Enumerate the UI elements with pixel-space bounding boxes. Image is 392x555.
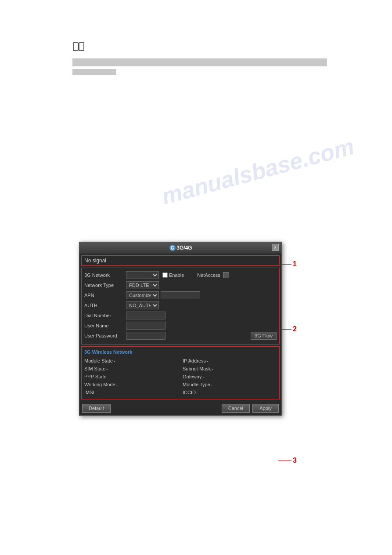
watermark: manualsbase.com: [159, 133, 357, 210]
sim-state-value: -: [106, 366, 108, 371]
apn-type-select[interactable]: Customized: [126, 291, 159, 299]
auth-row: AUTH NO_AUTH: [84, 301, 277, 310]
subnet-mask-row: Subnet Mask -: [183, 365, 277, 373]
enable-row: Enable: [162, 272, 184, 278]
netaccess-checkbox[interactable]: [223, 272, 229, 278]
footer-right-buttons: Cancel Apply: [222, 404, 279, 413]
annotation-2: 2: [278, 325, 297, 333]
gateway-label: Gateway: [183, 374, 201, 379]
working-mode-label: Working Mode: [84, 382, 115, 387]
enable-checkbox[interactable]: [162, 272, 168, 278]
password-row: User Password 3G Flow: [84, 331, 277, 340]
password-label: User Password: [84, 333, 126, 338]
subnet-mask-value: -: [212, 366, 213, 371]
dialog-footer: Default Cancel Apply: [79, 401, 281, 415]
auth-select[interactable]: NO_AUTH: [126, 301, 159, 309]
working-mode-value: -: [116, 382, 118, 387]
netaccess-label: NetAccess: [197, 272, 220, 278]
signal-status-text: No signal: [84, 258, 106, 264]
username-row: User Name: [84, 321, 277, 330]
network-type-row: Network Type FDD-LTE: [84, 281, 277, 290]
module-state-row: Module State -: [84, 357, 178, 365]
wireless-right-col: IP Address - Subnet Mask - Gateway - Mou…: [183, 357, 277, 396]
enable-label: Enable: [169, 272, 184, 278]
dialog-3g4g: G 3G/4G × No signal 1 3G Network: [79, 242, 282, 416]
dial-number-input[interactable]: [126, 312, 165, 319]
gray-bar-wide: [72, 58, 327, 66]
ip-address-row: IP Address -: [183, 357, 277, 365]
svg-rect-0: [73, 43, 78, 51]
3g-network-row: 3G Network Enable NetAccess: [84, 271, 277, 279]
module-state-label: Module State: [84, 358, 113, 363]
apn-label: APN: [84, 293, 126, 298]
ip-address-value: -: [207, 358, 209, 363]
close-button[interactable]: ×: [272, 244, 279, 251]
gray-bar-narrow: [72, 69, 116, 75]
password-input[interactable]: [126, 332, 165, 340]
network-type-label: Network Type: [84, 283, 126, 288]
svg-rect-1: [79, 43, 84, 51]
signal-section: No signal 1: [81, 255, 280, 266]
imsi-row: IMSI -: [84, 388, 178, 396]
moudle-type-label: Moudle Type: [183, 382, 210, 387]
ppp-state-row: PPP State .: [84, 373, 178, 381]
dial-number-label: Dial Number: [84, 313, 126, 318]
wireless-grid: Module State - SIM State - PPP State . W…: [84, 357, 277, 396]
ppp-state-value: .: [108, 374, 109, 379]
sim-state-label: SIM State: [84, 366, 105, 371]
iccid-label: ICCID: [183, 390, 196, 395]
netaccess-row: NetAccess: [197, 272, 229, 278]
moudle-type-row: Moudle Type -: [183, 381, 277, 388]
iccid-value: -: [197, 390, 198, 395]
ppp-state-label: PPP State: [84, 374, 107, 379]
gateway-value: -: [202, 374, 204, 379]
3gflow-button[interactable]: 3G Flow: [251, 332, 277, 340]
default-button[interactable]: Default: [82, 404, 111, 413]
wireless-network-section: 3G Wireless Network Module State - SIM S…: [81, 346, 280, 399]
subnet-mask-label: Subnet Mask: [183, 366, 211, 371]
auth-label: AUTH: [84, 303, 126, 308]
book-icon: [72, 42, 85, 54]
username-label: User Name: [84, 323, 126, 328]
3g-network-select[interactable]: [126, 271, 159, 279]
sim-state-row: SIM State -: [84, 365, 178, 373]
cancel-button[interactable]: Cancel: [222, 404, 250, 413]
dialog-title: 3G/4G: [176, 245, 192, 251]
dial-number-row: Dial Number: [84, 311, 277, 320]
dialog-icon: G: [169, 244, 176, 252]
dialog-titlebar: G 3G/4G ×: [79, 242, 281, 254]
3g-network-label: 3G Network: [84, 272, 126, 278]
username-input[interactable]: [126, 322, 165, 330]
network-settings-section: 3G Network Enable NetAccess Network Type…: [81, 268, 280, 345]
module-state-value: -: [114, 358, 115, 363]
annotation-3: 3: [278, 457, 297, 464]
apply-button[interactable]: Apply: [252, 404, 279, 413]
iccid-row: ICCID -: [183, 388, 277, 396]
moudle-type-value: -: [211, 382, 213, 387]
apn-row: APN Customized: [84, 291, 277, 300]
annotation-1: 1: [278, 260, 297, 268]
wireless-network-title: 3G Wireless Network: [84, 349, 277, 355]
network-type-select[interactable]: FDD-LTE: [126, 281, 159, 289]
apn-custom-input[interactable]: [161, 291, 200, 299]
ip-address-label: IP Address: [183, 358, 206, 363]
working-mode-row: Working Mode -: [84, 381, 178, 388]
wireless-left-col: Module State - SIM State - PPP State . W…: [84, 357, 178, 396]
imsi-value: -: [95, 390, 97, 395]
svg-text:G: G: [171, 246, 174, 250]
gateway-row: Gateway -: [183, 373, 277, 381]
imsi-label: IMSI: [84, 390, 94, 395]
